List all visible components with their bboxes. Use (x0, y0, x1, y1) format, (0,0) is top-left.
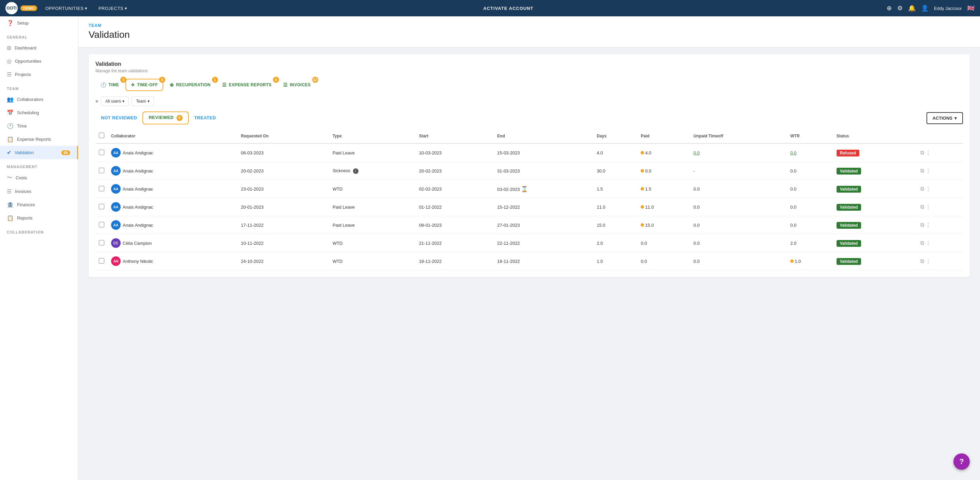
cell-row-actions: ⧉⋮ (917, 180, 963, 198)
cell-start: 18-11-2022 (416, 252, 494, 270)
more-icon[interactable]: ⋮ (926, 150, 931, 156)
sidebar-item-finances[interactable]: 🏦 Finances (0, 198, 78, 211)
row-checkbox[interactable] (99, 150, 104, 155)
cell-days: 1.5 (593, 180, 637, 198)
copy-icon[interactable]: ⧉ (920, 204, 924, 210)
paid-dot (641, 151, 644, 155)
cell-requested-on: 24-10-2022 (237, 252, 329, 270)
copy-icon[interactable]: ⧉ (920, 222, 924, 228)
sidebar-item-setup[interactable]: ❓ Setup (0, 16, 78, 30)
cell-requested-on: 06-03-2023 (237, 144, 329, 162)
cell-paid: 15.0 (637, 216, 690, 234)
cell-status: Validated (833, 180, 917, 198)
more-icon[interactable]: ⋮ (926, 186, 931, 192)
copy-icon[interactable]: ⧉ (920, 150, 924, 156)
tab-time-off[interactable]: ✈ TIME-OFF 8 (126, 79, 163, 91)
select-all-header[interactable] (95, 129, 108, 144)
status-badge: Validated (837, 186, 861, 193)
cell-start: 10-03-2023 (416, 144, 494, 162)
col-unpaid-timeoff: Unpaid Timeoff (690, 129, 787, 144)
validation-card: Validation Manage the team validations 🕐… (89, 54, 970, 277)
more-icon[interactable]: ⋮ (926, 204, 931, 210)
tab-time[interactable]: 🕐 TIME 3 (95, 79, 124, 91)
more-icon[interactable]: ⋮ (926, 258, 931, 265)
cell-row-actions: ⧉⋮ (917, 198, 963, 216)
cell-collaborator: CCCélia Campion (108, 234, 237, 252)
wtr-link[interactable]: 0.0 (790, 150, 796, 155)
cell-status: Validated (833, 162, 917, 180)
cell-days: 2.0 (593, 234, 637, 252)
team-filter[interactable]: Team ▾ (132, 96, 154, 106)
row-checkbox[interactable] (99, 240, 104, 246)
subtab-treated[interactable]: TREATED (189, 113, 221, 124)
row-checkbox[interactable] (99, 222, 104, 227)
sidebar-item-projects[interactable]: ☰ Projects (0, 68, 78, 81)
avatar: AN (111, 256, 121, 266)
tab-invoices[interactable]: ☰ INVOICES 52 (278, 79, 316, 91)
cell-end: 15-12-2022 (494, 198, 593, 216)
copy-icon[interactable]: ⧉ (920, 168, 924, 174)
row-checkbox[interactable] (99, 186, 104, 191)
cell-type: Paid Leave (329, 198, 416, 216)
sidebar-item-costs[interactable]: 〜 Costs (0, 171, 78, 185)
cell-start: 01-12-2022 (416, 198, 494, 216)
sidebar-item-scheduling[interactable]: 📅 Scheduling (0, 106, 78, 119)
language-flag[interactable]: 🇬🇧 (967, 5, 975, 12)
cell-paid: 11.0 (637, 198, 690, 216)
help-button[interactable]: ? (953, 453, 970, 470)
projects-nav[interactable]: PROJECTS ▾ (96, 5, 130, 12)
activate-account-button[interactable]: ACTIVATE ACCOUNT (483, 6, 533, 11)
paid-dot (641, 187, 644, 191)
all-users-filter[interactable]: All users ▾ (101, 96, 129, 106)
subtab-not-reviewed[interactable]: NOT REVIEWED (95, 113, 142, 124)
recuperation-tab-icon: ⊕ (170, 82, 174, 88)
sidebar-item-reports[interactable]: 📋 Reports (0, 211, 78, 225)
more-icon[interactable]: ⋮ (926, 222, 931, 228)
bell-icon[interactable]: 🔔 (908, 5, 916, 12)
copy-icon[interactable]: ⧉ (920, 258, 924, 264)
cell-wtr: 2.0 (787, 234, 833, 252)
logo-area: OOTI DEMO (5, 2, 37, 14)
cell-collaborator: AAAnais Andignac (108, 216, 237, 234)
reviewed-badge: 8 (177, 115, 183, 121)
copy-icon[interactable]: ⧉ (920, 186, 924, 192)
table-row: CCCélia Campion10-11-2022WTD21-11-202222… (95, 234, 963, 252)
logo[interactable]: OOTI (5, 2, 18, 14)
copy-icon[interactable]: ⧉ (920, 240, 924, 246)
tab-recuperation[interactable]: ⊕ RECUPERATION 1 (165, 79, 216, 91)
row-checkbox[interactable] (99, 168, 104, 173)
chevron-down-icon: ▾ (125, 6, 127, 11)
more-icon[interactable]: ⋮ (926, 168, 931, 174)
subtab-reviewed[interactable]: REVIEWED 8 (142, 112, 188, 124)
section-collaboration: COLLABORATION (0, 225, 78, 236)
nav-center: ACTIVATE ACCOUNT (135, 6, 881, 11)
opportunities-nav[interactable]: OPPORTUNITIES ▾ (43, 5, 90, 12)
row-checkbox[interactable] (99, 204, 104, 209)
sidebar-item-expense-reports[interactable]: 📋 Expense Reports (0, 132, 78, 146)
tab-expense-reports[interactable]: ☰ EXPENSE REPORTS 4 (217, 79, 277, 91)
avatar-icon[interactable]: 👤 (921, 5, 929, 12)
sidebar-item-dashboard[interactable]: ⊞ Dashboard (0, 41, 78, 54)
paid-dot (641, 205, 644, 209)
cell-collaborator: AAAnais Andignac (108, 180, 237, 198)
actions-button[interactable]: ACTIONS ▾ (926, 112, 963, 124)
nav-right: ⊕ ⚙ 🔔 👤 Eddy Jaccoux 🇬🇧 (887, 5, 975, 12)
sidebar-item-validation[interactable]: ✔ Validation 69 (0, 146, 78, 159)
add-icon[interactable]: ⊕ (887, 5, 892, 12)
select-all-checkbox[interactable] (99, 132, 104, 138)
gear-icon[interactable]: ⚙ (897, 5, 903, 12)
cell-end: 15-03-2023 (494, 144, 593, 162)
row-checkbox[interactable] (99, 258, 104, 263)
info-icon[interactable]: i (353, 168, 358, 174)
demo-badge: DEMO (21, 5, 37, 11)
page-title: Validation (89, 29, 970, 40)
sidebar-item-opportunities[interactable]: ◎ Opportunities (0, 54, 78, 68)
col-paid: Paid (637, 129, 690, 144)
sidebar-item-collaborators[interactable]: 👥 Collaborators (0, 93, 78, 106)
unpaid-link[interactable]: 0.0 (694, 150, 700, 155)
sidebar-item-time[interactable]: 🕐 Time (0, 119, 78, 132)
sidebar-item-invoices[interactable]: ☰ Invoices (0, 185, 78, 198)
more-icon[interactable]: ⋮ (926, 240, 931, 247)
cell-paid: 0.0 (637, 162, 690, 180)
cell-start: 20-02-2023 (416, 162, 494, 180)
